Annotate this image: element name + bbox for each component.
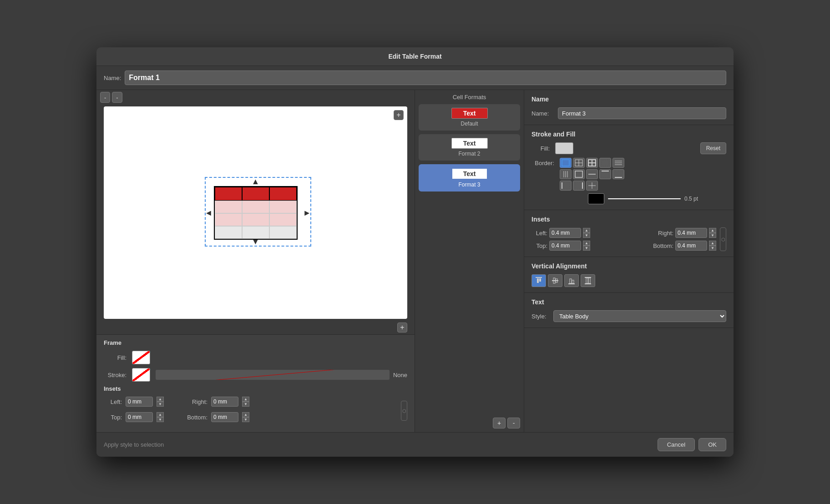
- right-top-stepper[interactable]: ▲ ▼: [583, 241, 590, 251]
- top-inset-stepper[interactable]: ▲ ▼: [157, 412, 164, 422]
- bottom-inset-input[interactable]: [211, 412, 238, 422]
- left-inset-down[interactable]: ▼: [157, 402, 164, 407]
- right-left-up[interactable]: ▲: [583, 228, 590, 233]
- right-top-input[interactable]: [549, 241, 581, 251]
- right-right-stepper[interactable]: ▲ ▼: [709, 228, 716, 238]
- border-btn-all-inner[interactable]: [573, 158, 585, 168]
- style-select[interactable]: Table Body: [553, 310, 726, 322]
- svg-rect-7: [602, 160, 609, 166]
- va-middle-button[interactable]: [548, 274, 562, 287]
- ok-button[interactable]: OK: [698, 438, 726, 451]
- right-left-input[interactable]: [549, 228, 581, 238]
- add-format-button[interactable]: +: [493, 418, 506, 428]
- left-right-inset-row: Left: ▲ ▼ Right:: [531, 228, 716, 238]
- border-btn-horizontal[interactable]: [612, 158, 624, 168]
- table-cell: [242, 213, 269, 226]
- border-btn-thick-inner[interactable]: [586, 158, 598, 168]
- format-item-format2[interactable]: Text Format 2: [419, 134, 520, 161]
- border-btn-none[interactable]: [599, 158, 611, 168]
- top-inset-input[interactable]: [126, 412, 153, 422]
- remove-row-button[interactable]: -: [112, 92, 122, 103]
- right-right-up[interactable]: ▲: [709, 228, 716, 233]
- right-left-label: Left:: [531, 230, 547, 237]
- table-preview-inner: [214, 186, 298, 240]
- border-btn-vertical[interactable]: [560, 169, 572, 179]
- format-item-default[interactable]: Text Default: [419, 104, 520, 131]
- border-btn-inner-all[interactable]: [586, 181, 598, 191]
- right-inset-down[interactable]: ▼: [242, 402, 249, 407]
- preview-toolbar: - -: [96, 90, 415, 105]
- name-section-title: Name: [531, 96, 726, 103]
- bottom-inset-down[interactable]: ▼: [242, 417, 249, 422]
- border-btn-right[interactable]: [573, 181, 585, 191]
- border-row: Border:: [531, 158, 726, 204]
- insets-title: Insets: [104, 385, 407, 392]
- stroke-color-swatch[interactable]: [132, 368, 150, 382]
- table-header-row: [215, 187, 297, 201]
- add-row-button[interactable]: +: [397, 323, 407, 333]
- right-top-up[interactable]: ▲: [583, 241, 590, 246]
- reset-button[interactable]: Reset: [700, 142, 726, 154]
- right-right-down[interactable]: ▼: [709, 233, 716, 238]
- right-name-input[interactable]: [558, 107, 726, 119]
- top-inset-row: Top: ▲ ▼ Bottom: ▲: [104, 412, 397, 422]
- border-color-swatch[interactable]: [588, 193, 604, 204]
- right-inset-stepper[interactable]: ▲ ▼: [242, 397, 249, 407]
- left-inset-label: Left:: [104, 398, 122, 405]
- bottom-inset-up[interactable]: ▲: [242, 412, 249, 417]
- va-bottom-button[interactable]: [564, 274, 579, 287]
- top-inset-down[interactable]: ▼: [157, 417, 164, 422]
- cancel-button[interactable]: Cancel: [658, 438, 695, 451]
- right-chain-link-icon: ⬡: [720, 227, 726, 251]
- right-bottom-up[interactable]: ▲: [709, 241, 716, 246]
- left-inset-group: Left: ▲ ▼: [531, 228, 590, 238]
- name-section: Name Name:: [524, 90, 734, 125]
- right-bottom-input[interactable]: [675, 241, 707, 251]
- right-right-input[interactable]: [675, 228, 707, 238]
- svg-rect-0: [562, 160, 569, 166]
- format-item-format3[interactable]: Text Format 3: [419, 164, 520, 192]
- border-btn-outer[interactable]: [560, 158, 572, 168]
- border-btn-bottom[interactable]: [612, 169, 624, 179]
- right-left-down[interactable]: ▼: [583, 233, 590, 238]
- right-inset-input[interactable]: [211, 397, 238, 407]
- top-inset-up[interactable]: ▲: [157, 412, 164, 417]
- right-panel: Name Name: Stroke and Fill Fill: Reset B…: [524, 90, 734, 432]
- left-inset-stepper[interactable]: ▲ ▼: [157, 397, 164, 407]
- right-inset-up[interactable]: ▲: [242, 397, 249, 402]
- border-color-row: 0.5 pt: [588, 193, 698, 204]
- table-cell: [242, 226, 269, 239]
- remove-col-button[interactable]: -: [100, 92, 110, 103]
- main-content: - - ▲ ▼ ◄ ►: [96, 90, 734, 432]
- left-inset-up[interactable]: ▲: [157, 397, 164, 402]
- right-bottom-down[interactable]: ▼: [709, 246, 716, 251]
- apply-style-button: Apply style to selection: [104, 441, 164, 448]
- va-top-button[interactable]: [531, 274, 546, 287]
- border-thickness-slider[interactable]: [608, 198, 681, 199]
- name-input[interactable]: [125, 71, 726, 85]
- right-right-label: Right:: [653, 230, 673, 237]
- stroke-fill-title: Stroke and Fill: [531, 131, 726, 138]
- svg-rect-18: [615, 171, 622, 177]
- table-cell: [215, 201, 242, 213]
- border-buttons-area: 0.5 pt: [560, 158, 698, 204]
- border-btn-inner-h[interactable]: [586, 169, 598, 179]
- border-btn-outer-only[interactable]: [573, 169, 585, 179]
- border-thickness-value: 0.5 pt: [684, 196, 698, 202]
- name-label: Name:: [104, 75, 121, 81]
- border-btn-top[interactable]: [599, 169, 611, 179]
- left-inset-input[interactable]: [126, 397, 153, 407]
- border-btn-left[interactable]: [560, 181, 572, 191]
- add-col-button[interactable]: +: [394, 110, 404, 120]
- table-cell: [269, 187, 297, 201]
- add-row-area: +: [96, 321, 415, 334]
- right-left-stepper[interactable]: ▲ ▼: [583, 228, 590, 238]
- va-justify-button[interactable]: [581, 274, 595, 287]
- bottom-inset-stepper[interactable]: ▲ ▼: [242, 412, 249, 422]
- right-fill-swatch[interactable]: [555, 142, 573, 154]
- remove-format-button[interactable]: -: [507, 418, 520, 428]
- right-bottom-stepper[interactable]: ▲ ▼: [709, 241, 716, 251]
- right-top-down[interactable]: ▼: [583, 246, 590, 251]
- dialog-title: Edit Table Format: [96, 47, 734, 66]
- fill-color-swatch[interactable]: [132, 351, 150, 364]
